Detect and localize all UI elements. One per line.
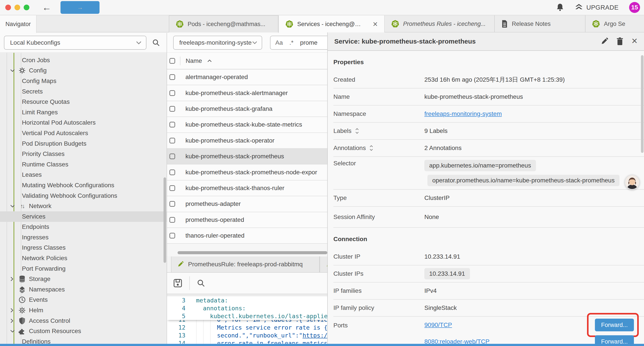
editor-tab[interactable] [320,256,327,272]
sort-updown-icon[interactable] [355,128,359,134]
sidebar-item-secrets[interactable]: Secrets [0,86,166,97]
row-checkbox[interactable] [170,106,175,112]
sidebar-item-priority-classes[interactable]: Priority Classes [0,149,166,159]
tab-release[interactable]: Release Notes [495,15,586,32]
horizontal-scrollbar[interactable] [178,251,327,254]
table-row[interactable]: kube-prometheus-stack-grafana [167,101,327,117]
sidebar-item-validating-webhook-configurations[interactable]: Validating Webhook Configurations [0,191,166,201]
bell-icon[interactable] [556,3,564,12]
row-checkbox[interactable] [170,74,175,80]
namespace-select[interactable]: freeleaps-monitoring-system [173,36,262,50]
tab-prometheus[interactable]: Prometheus Rules - icecheng... [385,15,495,32]
table-row[interactable]: kube-prometheus-stack-kube-state-metrics [167,117,327,133]
forward-button[interactable]: Forward... [595,335,634,344]
sidebar-item-network[interactable]: ↑↓Network [0,201,166,211]
chevron-right-icon[interactable] [10,319,14,323]
sidebar-item-runtime-classes[interactable]: Runtime Classes [0,159,166,170]
name-column-header[interactable]: Name [186,57,202,64]
editor-tab[interactable]: PrometheusRule: freeleaps-prod-rabbitmq [171,256,320,272]
sidebar-item-storage[interactable]: Storage [0,274,166,284]
tab-services[interactable]: Services - icecheng@math...× [278,15,385,33]
namespace-link[interactable]: freeleaps-monitoring-system [424,110,502,117]
chevron-right-icon[interactable] [10,308,14,313]
window-close-button[interactable] [5,4,11,10]
chevron-right-icon[interactable] [10,277,14,281]
chevron-down-icon[interactable] [10,69,15,72]
forward-button[interactable]: Forward... [595,319,634,331]
window-zoom-button[interactable] [24,4,29,10]
sidebar-item-endpoints[interactable]: Endpoints [0,222,166,232]
row-checkbox[interactable] [170,185,175,191]
chevron-down-icon[interactable] [10,329,15,333]
sidebar-item-events[interactable]: Events [0,295,166,305]
row-checkbox[interactable] [170,169,175,175]
back-icon[interactable]: ← [42,3,51,12]
table-row[interactable]: kube-prometheus-stack-operator [167,133,327,149]
tab-close-icon[interactable]: × [373,19,378,29]
delete-trash-icon[interactable] [616,37,624,45]
sidebar-item-vertical-pod-autoscalers[interactable]: Vertical Pod Autoscalers [0,128,166,138]
kubeconfig-select[interactable]: Local Kubeconfigs [4,36,146,50]
save-icon[interactable] [173,278,183,288]
sidebar-item-pod-disruption-budgets[interactable]: Pod Disruption Budgets [0,138,166,149]
sidebar-item-custom-resources[interactable]: Custom Resources [0,326,166,336]
sidebar-item-definitions[interactable]: Definitions [0,336,166,344]
sidebar-item-resource-quotas[interactable]: Resource Quotas [0,97,166,107]
sidebar-item-port-forwarding[interactable]: Port Forwarding [0,264,166,274]
port-link[interactable]: 9090/TCP [424,322,452,329]
table-row[interactable]: prometheus-adapter [167,196,327,212]
code-link[interactable]: https://netc [302,332,327,339]
select-all-checkbox[interactable] [170,58,175,64]
sidebar-item-network-policies[interactable]: Network Policies [0,253,166,264]
row-checkbox[interactable] [170,233,175,239]
sidebar-item-ingresses[interactable]: Ingresses [0,232,166,243]
table-row[interactable]: kube-prometheus-stack-thanos-ruler [167,180,327,196]
table-row[interactable]: kube-prometheus-stack-prometheus-node-ex… [167,164,327,180]
table-row[interactable]: prometheus-operated [167,212,327,228]
notification-badge[interactable]: 15 [629,2,640,13]
sidebar-item-mutating-webhook-configurations[interactable]: Mutating Webhook Configurations [0,180,166,191]
regex-toggle[interactable]: .* [289,39,294,46]
sidebar-item-config-maps[interactable]: Config Maps [0,76,166,86]
row-checkbox[interactable] [170,201,175,207]
sidebar-item-helm[interactable]: Helm [0,305,166,316]
row-checkbox[interactable] [170,90,175,96]
tab-pods[interactable]: Pods - icecheng@mathmas... [169,15,278,32]
sidebar-item-cron-jobs[interactable]: Cron Jobs [0,55,166,65]
window-minimize-button[interactable] [14,4,20,10]
sidebar-item-ingress-classes[interactable]: Ingress Classes [0,243,166,253]
forward-icon[interactable]: → [60,1,100,14]
sidebar-item-services[interactable]: Services [0,211,166,222]
navigator-tab[interactable]: Navigator [0,15,36,33]
assistant-avatar[interactable] [625,175,640,190]
search-input[interactable]: Aa .* prome [270,36,327,50]
table-row[interactable]: thanos-ruler-operated [167,228,327,244]
row-checkbox[interactable] [170,153,175,159]
sidebar-item-horizontal-pod-autoscalers[interactable]: Horizontal Pod Autoscalers [0,118,166,128]
chevron-down-icon[interactable] [10,204,15,208]
sidebar-item-config[interactable]: Config [0,65,166,76]
sidebar-item-access-control[interactable]: Access Control [0,316,166,326]
tab-argo[interactable]: Argo Se [586,15,642,32]
sidebar-item-leases[interactable]: Leases [0,170,166,180]
sort-updown-icon[interactable] [369,145,373,151]
table-row[interactable]: kube-prometheus-stack-alertmanager [167,85,327,101]
search-icon[interactable] [152,38,160,47]
row-checkbox[interactable] [170,138,175,143]
row-checkbox[interactable] [170,122,175,127]
navigator-scrollbar[interactable] [164,177,166,263]
table-row[interactable]: alertmanager-operated [167,69,327,85]
row-checkbox[interactable] [170,217,175,223]
sort-asc-icon[interactable] [207,59,212,63]
yaml-editor[interactable]: 3metadata:4annotations:5kubectl.kubernet… [167,296,327,344]
match-case-toggle[interactable]: Aa [275,39,283,46]
close-icon[interactable]: × [632,36,638,46]
edit-pencil-icon[interactable] [600,37,608,45]
sidebar-item-namespaces[interactable]: Namespaces [0,284,166,295]
sidebar-item-limit-ranges[interactable]: Limit Ranges [0,107,166,118]
upgrade-button[interactable]: UPGRADE [574,3,618,12]
drawer-scrollbar[interactable] [641,55,644,153]
table-row[interactable]: kube-prometheus-stack-prometheus [167,149,327,164]
port-link[interactable]: 8080:reloader-web/TCP [424,338,490,344]
editor-search-icon[interactable] [196,279,206,288]
